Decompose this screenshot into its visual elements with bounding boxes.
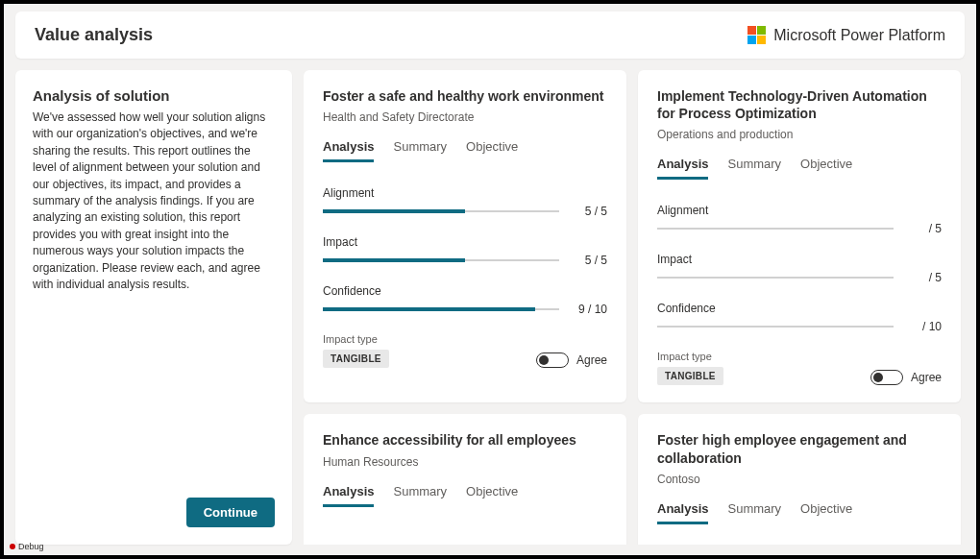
agree-label: Agree [911,371,942,384]
right-panel[interactable]: Foster a safe and healthy work environme… [304,70,965,545]
impact-type-label: Impact type [323,333,389,345]
impact-row: Impact type TANGIBLE Agree [657,351,942,385]
progress-track [323,259,559,261]
agree-group: Agree [870,370,942,385]
card-title: Foster high employee engagement and coll… [657,431,942,466]
metric-value: 9 / 10 [569,303,607,316]
left-body: We've assessed how well your solution al… [33,109,275,293]
metric-impact: Impact / 5 [657,253,942,284]
metric-impact: Impact 5 / 5 [323,235,607,267]
tab-analysis[interactable]: Analysis [323,484,374,507]
brand-label: Microsoft Power Platform [773,27,945,44]
page-title: Value analysis [35,25,153,45]
debug-dot-icon [10,544,15,549]
debug-indicator[interactable]: Debug [10,542,44,551]
card-tabs: Analysis Summary Objective [323,139,607,163]
metric-alignment: Alignment / 5 [657,204,942,235]
tab-objective[interactable]: Objective [800,501,852,524]
metric-label: Alignment [323,186,607,200]
continue-button[interactable]: Continue [186,498,275,527]
metric-value: 5 / 5 [569,254,607,267]
card-subtitle: Contoso [657,473,942,486]
analysis-card: Enhance accessibility for all employees … [304,414,626,545]
progress-fill [323,307,535,311]
analysis-card: Foster a safe and healthy work environme… [304,70,626,402]
metric-label: Confidence [657,302,942,315]
card-subtitle: Operations and production [657,128,942,141]
agree-toggle[interactable] [870,370,903,385]
metric-value: / 5 [903,222,942,235]
left-heading: Analysis of solution [33,87,275,104]
card-tabs: Analysis Summary Objective [323,484,607,508]
impact-row: Impact type TANGIBLE Agree [323,333,607,368]
agree-label: Agree [576,353,607,367]
tab-summary[interactable]: Summary [393,139,447,162]
metric-value: 5 / 5 [569,205,607,218]
tab-analysis[interactable]: Analysis [323,139,374,162]
progress-fill [323,258,465,262]
tab-objective[interactable]: Objective [466,139,518,162]
progress-track [323,210,559,212]
impact-type-badge: TANGIBLE [657,367,723,385]
metric-label: Impact [657,253,942,266]
progress-track [657,277,894,279]
card-tabs: Analysis Summary Objective [657,157,942,181]
agree-toggle[interactable] [536,352,569,368]
microsoft-logo-icon [747,26,766,44]
metric-label: Alignment [657,204,942,217]
impact-type-badge: TANGIBLE [323,350,389,368]
card-subtitle: Human Resources [323,455,607,469]
tab-analysis[interactable]: Analysis [657,157,708,180]
header-bar: Value analysis Microsoft Power Platform [15,12,965,59]
metric-label: Confidence [323,284,607,298]
agree-group: Agree [536,352,607,368]
tab-analysis[interactable]: Analysis [657,501,708,524]
impact-type-label: Impact type [657,351,723,362]
tab-objective[interactable]: Objective [800,157,852,180]
card-title: Foster a safe and healthy work environme… [323,87,607,105]
metric-confidence: Confidence 9 / 10 [323,284,607,316]
progress-fill [323,209,465,213]
tab-summary[interactable]: Summary [393,484,447,507]
left-panel: Analysis of solution We've assessed how … [15,70,292,545]
card-title: Enhance accessibility for all employees [323,431,607,449]
progress-track [657,326,894,328]
card-tabs: Analysis Summary Objective [657,501,942,525]
metric-value: / 5 [903,271,942,284]
metric-alignment: Alignment 5 / 5 [323,186,607,218]
tab-summary[interactable]: Summary [727,501,781,524]
cards-grid: Foster a safe and healthy work environme… [304,70,961,545]
progress-track [657,228,894,230]
brand: Microsoft Power Platform [747,26,945,44]
metric-label: Impact [323,235,607,249]
main: Analysis of solution We've assessed how … [15,70,965,545]
tab-objective[interactable]: Objective [466,484,518,507]
card-subtitle: Health and Safety Directorate [323,110,607,124]
metric-value: / 10 [903,320,942,333]
progress-track [323,308,559,310]
analysis-card: Implement Technology-Driven Automation f… [638,70,961,402]
tab-summary[interactable]: Summary [727,157,781,180]
analysis-card: Foster high employee engagement and coll… [638,414,961,545]
card-title: Implement Technology-Driven Automation f… [657,87,942,122]
debug-label: Debug [18,542,44,551]
metric-confidence: Confidence / 10 [657,302,942,333]
